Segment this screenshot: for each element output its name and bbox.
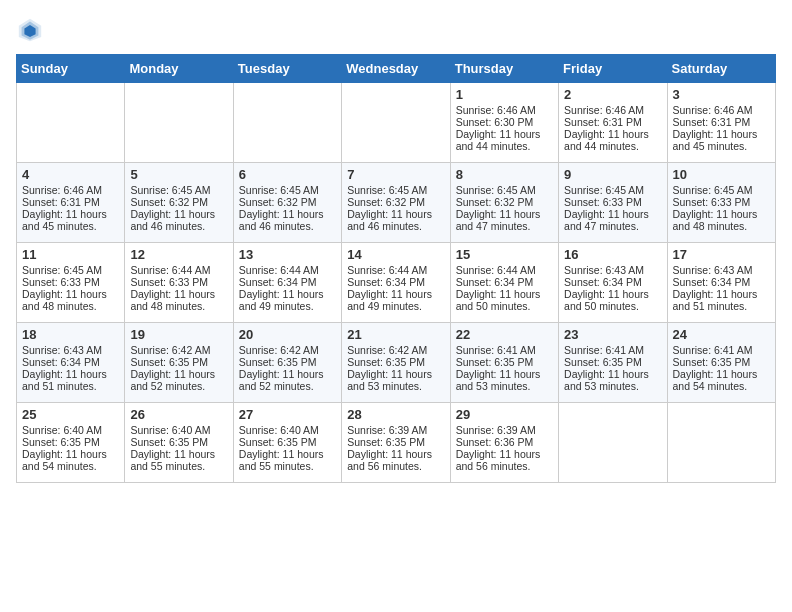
day-number: 4 [22,167,119,182]
calendar-cell: 27Sunrise: 6:40 AMSunset: 6:35 PMDayligh… [233,403,341,483]
calendar-cell: 22Sunrise: 6:41 AMSunset: 6:35 PMDayligh… [450,323,558,403]
calendar-cell [233,83,341,163]
day-number: 14 [347,247,444,262]
day-number: 25 [22,407,119,422]
day-number: 18 [22,327,119,342]
calendar-cell [559,403,667,483]
calendar-cell: 15Sunrise: 6:44 AMSunset: 6:34 PMDayligh… [450,243,558,323]
day-info: Sunrise: 6:45 AM [347,184,444,196]
day-number: 19 [130,327,227,342]
day-info: Sunset: 6:35 PM [130,356,227,368]
day-info: Sunset: 6:34 PM [239,276,336,288]
day-info: Sunrise: 6:39 AM [347,424,444,436]
calendar-cell: 10Sunrise: 6:45 AMSunset: 6:33 PMDayligh… [667,163,775,243]
logo [16,16,48,44]
day-info: Sunset: 6:32 PM [130,196,227,208]
generalblue-logo-icon [16,16,44,44]
day-info: Sunset: 6:34 PM [347,276,444,288]
day-info: Sunset: 6:35 PM [239,356,336,368]
calendar-cell [17,83,125,163]
day-info: Sunrise: 6:41 AM [673,344,770,356]
calendar-cell: 17Sunrise: 6:43 AMSunset: 6:34 PMDayligh… [667,243,775,323]
day-number: 5 [130,167,227,182]
day-info: Daylight: 11 hours and 44 minutes. [564,128,661,152]
calendar-table: SundayMondayTuesdayWednesdayThursdayFrid… [16,54,776,483]
day-info: Daylight: 11 hours and 48 minutes. [130,288,227,312]
day-info: Sunrise: 6:44 AM [239,264,336,276]
page-header [16,16,776,44]
day-info: Daylight: 11 hours and 47 minutes. [456,208,553,232]
col-header-saturday: Saturday [667,55,775,83]
day-info: Daylight: 11 hours and 56 minutes. [456,448,553,472]
day-info: Daylight: 11 hours and 53 minutes. [456,368,553,392]
day-info: Sunrise: 6:43 AM [673,264,770,276]
calendar-cell: 6Sunrise: 6:45 AMSunset: 6:32 PMDaylight… [233,163,341,243]
day-info: Daylight: 11 hours and 51 minutes. [22,368,119,392]
day-info: Sunrise: 6:43 AM [564,264,661,276]
calendar-cell: 26Sunrise: 6:40 AMSunset: 6:35 PMDayligh… [125,403,233,483]
day-number: 12 [130,247,227,262]
day-info: Sunrise: 6:40 AM [239,424,336,436]
day-number: 13 [239,247,336,262]
day-info: Daylight: 11 hours and 52 minutes. [130,368,227,392]
calendar-cell: 1Sunrise: 6:46 AMSunset: 6:30 PMDaylight… [450,83,558,163]
calendar-cell: 18Sunrise: 6:43 AMSunset: 6:34 PMDayligh… [17,323,125,403]
day-number: 24 [673,327,770,342]
col-header-sunday: Sunday [17,55,125,83]
day-info: Daylight: 11 hours and 45 minutes. [22,208,119,232]
day-info: Daylight: 11 hours and 48 minutes. [22,288,119,312]
calendar-cell: 5Sunrise: 6:45 AMSunset: 6:32 PMDaylight… [125,163,233,243]
calendar-cell: 3Sunrise: 6:46 AMSunset: 6:31 PMDaylight… [667,83,775,163]
col-header-wednesday: Wednesday [342,55,450,83]
day-info: Sunset: 6:35 PM [456,356,553,368]
col-header-tuesday: Tuesday [233,55,341,83]
day-info: Sunrise: 6:40 AM [130,424,227,436]
calendar-cell: 23Sunrise: 6:41 AMSunset: 6:35 PMDayligh… [559,323,667,403]
day-info: Sunset: 6:33 PM [564,196,661,208]
calendar-cell: 29Sunrise: 6:39 AMSunset: 6:36 PMDayligh… [450,403,558,483]
day-info: Sunset: 6:34 PM [564,276,661,288]
day-info: Sunrise: 6:45 AM [22,264,119,276]
day-info: Sunrise: 6:46 AM [564,104,661,116]
calendar-week-row: 4Sunrise: 6:46 AMSunset: 6:31 PMDaylight… [17,163,776,243]
day-info: Sunrise: 6:42 AM [347,344,444,356]
day-info: Sunrise: 6:44 AM [456,264,553,276]
day-number: 9 [564,167,661,182]
calendar-cell [125,83,233,163]
calendar-cell: 8Sunrise: 6:45 AMSunset: 6:32 PMDaylight… [450,163,558,243]
day-info: Daylight: 11 hours and 47 minutes. [564,208,661,232]
day-info: Daylight: 11 hours and 56 minutes. [347,448,444,472]
day-number: 2 [564,87,661,102]
day-number: 3 [673,87,770,102]
day-number: 15 [456,247,553,262]
day-info: Sunset: 6:35 PM [347,356,444,368]
day-number: 8 [456,167,553,182]
calendar-week-row: 11Sunrise: 6:45 AMSunset: 6:33 PMDayligh… [17,243,776,323]
day-info: Sunrise: 6:43 AM [22,344,119,356]
day-info: Sunset: 6:31 PM [22,196,119,208]
day-info: Sunset: 6:35 PM [673,356,770,368]
calendar-cell: 2Sunrise: 6:46 AMSunset: 6:31 PMDaylight… [559,83,667,163]
day-number: 1 [456,87,553,102]
calendar-cell: 4Sunrise: 6:46 AMSunset: 6:31 PMDaylight… [17,163,125,243]
day-info: Sunrise: 6:44 AM [130,264,227,276]
day-info: Daylight: 11 hours and 45 minutes. [673,128,770,152]
calendar-cell: 7Sunrise: 6:45 AMSunset: 6:32 PMDaylight… [342,163,450,243]
calendar-week-row: 1Sunrise: 6:46 AMSunset: 6:30 PMDaylight… [17,83,776,163]
day-info: Daylight: 11 hours and 54 minutes. [673,368,770,392]
day-info: Sunset: 6:31 PM [564,116,661,128]
day-number: 21 [347,327,444,342]
day-number: 23 [564,327,661,342]
calendar-cell: 24Sunrise: 6:41 AMSunset: 6:35 PMDayligh… [667,323,775,403]
day-info: Sunset: 6:35 PM [564,356,661,368]
day-info: Sunrise: 6:45 AM [130,184,227,196]
calendar-cell: 9Sunrise: 6:45 AMSunset: 6:33 PMDaylight… [559,163,667,243]
day-info: Sunset: 6:36 PM [456,436,553,448]
day-number: 7 [347,167,444,182]
day-info: Sunrise: 6:45 AM [673,184,770,196]
calendar-cell [667,403,775,483]
day-info: Sunset: 6:33 PM [673,196,770,208]
calendar-cell: 28Sunrise: 6:39 AMSunset: 6:35 PMDayligh… [342,403,450,483]
day-info: Sunrise: 6:45 AM [239,184,336,196]
day-info: Daylight: 11 hours and 55 minutes. [239,448,336,472]
